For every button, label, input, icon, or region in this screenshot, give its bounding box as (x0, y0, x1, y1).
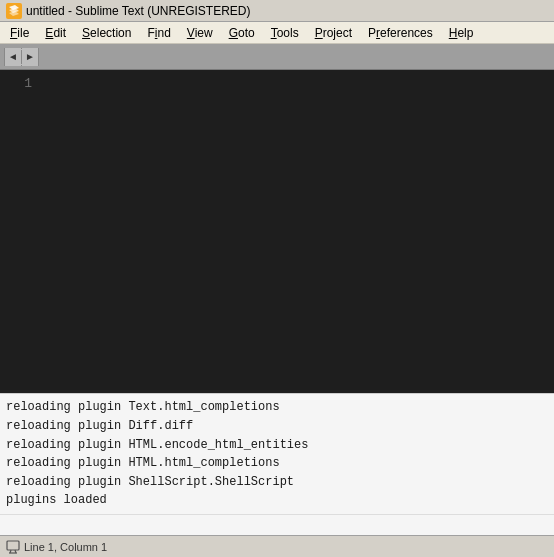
editor-area: 1 reloading plugin Text.html_completions… (0, 70, 554, 535)
console-line-plugins-loaded: plugins loaded (6, 491, 548, 510)
console-line: reloading plugin HTML.encode_html_entiti… (6, 436, 548, 455)
console-output: reloading plugin Text.html_completions r… (0, 394, 554, 514)
menu-preferences[interactable]: Preferences (360, 24, 441, 42)
status-bar: Line 1, Column 1 (0, 535, 554, 557)
nav-forward-button[interactable]: ► (22, 48, 38, 66)
menu-find[interactable]: Find (139, 24, 178, 42)
console-line: reloading plugin Diff.diff (6, 417, 548, 436)
console-line: reloading plugin ShellScript.ShellScript (6, 473, 548, 492)
menu-view[interactable]: View (179, 24, 221, 42)
menu-project[interactable]: Project (307, 24, 360, 42)
app-icon (6, 3, 22, 19)
nav-back-button[interactable]: ◄ (5, 48, 21, 66)
status-position: Line 1, Column 1 (24, 541, 107, 553)
nav-buttons: ◄ ► (4, 48, 39, 66)
line-number-1: 1 (0, 74, 32, 94)
console-line: reloading plugin Text.html_completions (6, 398, 548, 417)
code-editor[interactable] (40, 70, 554, 393)
console-panel: reloading plugin Text.html_completions r… (0, 393, 554, 535)
title-bar: untitled - Sublime Text (UNREGISTERED) (0, 0, 554, 22)
console-input-area (0, 514, 554, 535)
window-title: untitled - Sublime Text (UNREGISTERED) (26, 4, 251, 18)
editor-main: 1 (0, 70, 554, 393)
toolbar: ◄ ► (0, 44, 554, 70)
console-line: reloading plugin HTML.html_completions (6, 454, 548, 473)
menu-file[interactable]: File (2, 24, 37, 42)
menu-tools[interactable]: Tools (263, 24, 307, 42)
menu-goto[interactable]: Goto (221, 24, 263, 42)
line-numbers: 1 (0, 70, 40, 393)
menu-selection[interactable]: Selection (74, 24, 139, 42)
menu-edit[interactable]: Edit (37, 24, 74, 42)
menu-bar: File Edit Selection Find View Goto Tools… (0, 22, 554, 44)
monitor-icon (6, 540, 20, 554)
svg-rect-4 (7, 541, 19, 550)
menu-help[interactable]: Help (441, 24, 482, 42)
console-input[interactable] (6, 517, 548, 531)
